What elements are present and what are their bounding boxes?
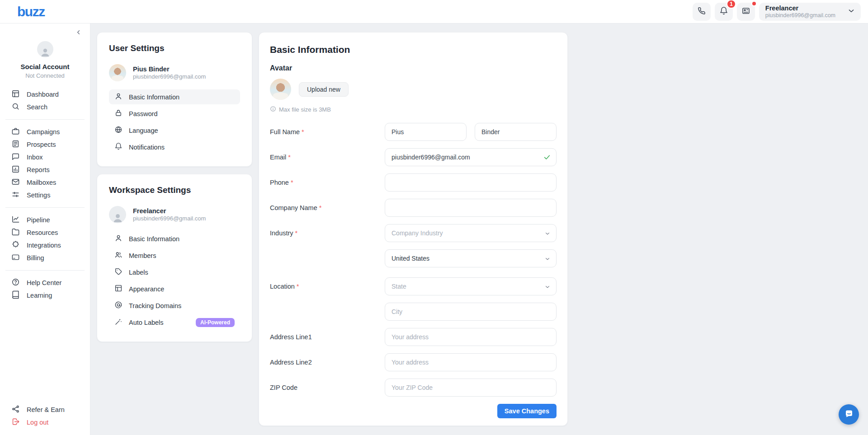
sidebar-item-dashboard[interactable]: Dashboard	[0, 88, 90, 101]
menu-item-members[interactable]: Members	[109, 248, 240, 263]
sidebar-item-label: Help Center	[27, 279, 61, 286]
address-line2-input[interactable]	[385, 353, 557, 371]
collapse-sidebar-button[interactable]	[75, 29, 82, 37]
state-select[interactable]: State	[385, 277, 557, 295]
menu-item-label: Basic Information	[129, 235, 179, 243]
lock-icon	[114, 109, 123, 118]
user-settings-title: User Settings	[109, 43, 240, 53]
sidebar-item-pipeline[interactable]: Pipeline	[0, 214, 90, 226]
notifications-button[interactable]: 1	[715, 3, 733, 21]
sidebar-item-campaigns[interactable]: Campaigns	[0, 126, 90, 138]
sidebar-item-mailboxes[interactable]: Mailboxes	[0, 176, 90, 189]
required-mark: *	[288, 154, 291, 161]
notification-count-badge: 1	[726, 0, 736, 9]
menu-item-label: Notifications	[129, 144, 165, 151]
city-row	[270, 303, 557, 321]
sidebar-divider	[5, 119, 85, 120]
sliders-icon	[11, 190, 20, 200]
basic-information-card: Basic Information Avatar Upload new Max …	[259, 32, 568, 426]
city-input[interactable]	[385, 303, 557, 321]
company-name-input[interactable]	[385, 199, 557, 217]
sidebar-item-label: Reports	[27, 166, 50, 173]
sidebar-item-refer-earn[interactable]: Refer & Earn	[0, 403, 90, 416]
sidebar-item-label: Resources	[27, 229, 58, 236]
sidebar-item-billing[interactable]: Billing	[0, 252, 90, 264]
chevron-down-icon	[544, 230, 551, 237]
menu-item-language[interactable]: Language	[109, 123, 240, 138]
sidebar-item-help-center[interactable]: Help Center	[0, 276, 90, 289]
user-menu[interactable]: Freelancer piusbinder6996@gmail.com	[759, 3, 861, 21]
full-name-label: Full Name*	[270, 123, 385, 141]
at-sign-icon	[114, 301, 123, 310]
user-full-name: Pius Binder	[133, 65, 206, 73]
sidebar-item-logout[interactable]: Log out	[0, 416, 90, 429]
user-name: Freelancer	[765, 5, 835, 12]
zip-code-row: ZIP Code	[270, 379, 557, 397]
sidebar-item-resources[interactable]: Resources	[0, 226, 90, 239]
menu-item-auto-labels[interactable]: Auto Labels AI-Powered	[109, 315, 240, 330]
sidebar-item-search[interactable]: Search	[0, 101, 90, 113]
menu-item-label: Password	[129, 110, 158, 117]
phone-button[interactable]	[693, 3, 711, 21]
line-chart-icon	[11, 215, 20, 225]
sidebar-item-label: Inbox	[27, 154, 42, 161]
phone-input[interactable]	[385, 173, 557, 192]
chat-launcher-button[interactable]	[839, 404, 859, 425]
last-name-input[interactable]	[475, 123, 557, 141]
sidebar-item-label: Settings	[27, 192, 50, 199]
search-icon	[11, 102, 20, 112]
topbar: buzz 1 Freelancer piusbinder6996@gmail.c…	[0, 0, 868, 23]
required-mark: *	[319, 204, 322, 211]
country-row: United States	[270, 249, 557, 267]
sidebar-item-reports[interactable]: Reports	[0, 164, 90, 176]
menu-item-notifications[interactable]: Notifications	[109, 140, 240, 154]
workspace-avatar	[109, 206, 126, 223]
credit-card-icon	[11, 253, 20, 263]
sidebar: Social Account Not Connected Dashboard S…	[0, 23, 90, 435]
user-profile-row: Pius Binder piusbinder6996@gmail.com	[109, 64, 240, 81]
integration-icon	[11, 240, 20, 250]
country-select[interactable]: United States	[385, 249, 557, 267]
first-name-input[interactable]	[385, 123, 467, 141]
avatar-hint-text: Max file size is 3MB	[279, 106, 331, 113]
sidebar-item-label: Search	[27, 103, 47, 111]
notification-dot	[751, 1, 757, 6]
menu-item-label: Members	[129, 252, 156, 259]
email-input[interactable]	[385, 148, 557, 166]
menu-item-labels[interactable]: Labels	[109, 265, 240, 280]
layout-icon	[114, 284, 123, 294]
content-area: User Settings Pius Binder piusbinder6996…	[90, 23, 868, 435]
menu-item-workspace-basic-information[interactable]: Basic Information	[109, 231, 240, 246]
avatar-section-label: Avatar	[270, 64, 557, 72]
company-name-row: Company Name*	[270, 199, 557, 217]
dashboard-icon	[11, 89, 20, 99]
workspace-profile-row: Freelancer piusbinder6996@gmail.com	[109, 206, 240, 223]
newspaper-icon	[741, 6, 750, 17]
ai-powered-badge: AI-Powered	[196, 318, 235, 327]
upload-new-button[interactable]: Upload new	[299, 82, 349, 97]
zip-code-input[interactable]	[385, 379, 557, 397]
sidebar-item-settings[interactable]: Settings	[0, 189, 90, 201]
menu-item-password[interactable]: Password	[109, 106, 240, 121]
industry-select[interactable]: Company Industry	[385, 224, 557, 242]
info-icon	[270, 106, 276, 113]
basic-information-form: Full Name* Email*	[270, 123, 557, 418]
sidebar-item-integrations[interactable]: Integrations	[0, 239, 90, 252]
menu-item-appearance[interactable]: Appearance	[109, 281, 240, 296]
menu-item-tracking-domains[interactable]: Tracking Domains	[109, 298, 240, 313]
topbar-actions: 1 Freelancer piusbinder6996@gmail.com	[693, 3, 861, 21]
sidebar-item-inbox[interactable]: Inbox	[0, 151, 90, 164]
menu-item-basic-information[interactable]: Basic Information	[109, 89, 240, 104]
user-settings-card: User Settings Pius Binder piusbinder6996…	[97, 32, 252, 167]
whats-new-button[interactable]	[737, 3, 755, 21]
sidebar-item-label: Learning	[27, 292, 52, 299]
social-account-status: Not Connected	[0, 72, 90, 79]
user-email: piusbinder6996@gmail.com	[765, 12, 835, 19]
industry-label: Industry*	[270, 224, 385, 242]
sidebar-item-learning[interactable]: Learning	[0, 289, 90, 302]
save-changes-button[interactable]: Save Changes	[497, 404, 557, 418]
bell-icon	[114, 142, 123, 152]
sidebar-item-prospects[interactable]: Prospects	[0, 138, 90, 151]
workspace-settings-card: Workspace Settings Freelancer piusbinder…	[97, 174, 252, 342]
address-line1-input[interactable]	[385, 328, 557, 346]
